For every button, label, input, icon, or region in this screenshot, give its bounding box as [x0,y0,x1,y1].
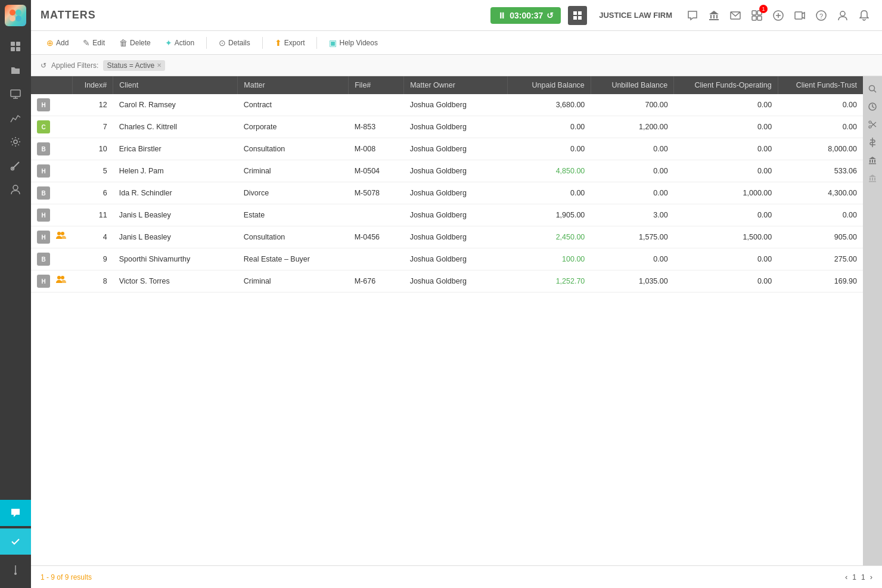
filter-tag-close[interactable]: ✕ [157,62,162,69]
svg-text:?: ? [819,13,823,20]
view-toggle-button[interactable] [568,6,587,25]
row-matter: Consultation [238,226,349,248]
pagination-page-1[interactable]: 1 [852,573,856,581]
row-unpaid: 0.00 [508,182,591,204]
delete-button[interactable]: 🗑 Delete [113,35,157,51]
pagination-next[interactable]: › [870,573,872,581]
col-header-unpaid[interactable]: Unpaid Balance [508,76,591,94]
col-header-trust[interactable]: Client Funds-Trust [778,76,863,94]
row-client: Ida R. Schindler [113,182,238,204]
table-row[interactable]: H 4 Janis L Beasley Consultation M-0456 … [31,226,863,248]
right-clock-icon[interactable] [865,99,880,114]
svg-rect-52 [872,160,873,163]
col-header-owner[interactable]: Matter Owner [404,76,508,94]
row-index: 11 [73,204,113,226]
row-type-icon: B [37,253,50,266]
sidebar-item-chart[interactable] [5,107,26,129]
svg-point-45 [869,121,871,123]
sidebar-chat-button[interactable] [0,500,31,526]
sidebar-item-dashboard[interactable] [5,36,26,57]
sidebar-item-profile[interactable] [5,179,26,200]
col-header-index[interactable]: Index# [73,76,113,94]
question-icon[interactable]: ? [813,7,830,24]
sidebar-thumb-button[interactable] [0,528,31,555]
plus-circle-icon[interactable] [770,7,787,24]
col-header-unbilled[interactable]: Unbilled Balance [591,76,673,94]
right-dollar-icon[interactable] [865,135,880,150]
row-unbilled: 0.00 [591,248,673,270]
row-unpaid: 0.00 [508,138,591,160]
table-row[interactable]: B 6 Ida R. Schindler Divorce M-5078 Josh… [31,182,863,204]
col-header-file[interactable]: File# [349,76,404,94]
row-unbilled: 0.00 [591,182,673,204]
sidebar-item-tools[interactable] [5,155,26,176]
svg-rect-34 [795,12,802,19]
row-client: Spoorthi Shivamurthy [113,248,238,270]
row-matter: Criminal [238,160,349,182]
sidebar-item-monitor[interactable] [5,83,26,105]
grid-icon[interactable]: 1 [749,7,765,24]
table-row[interactable]: H 12 Carol R. Ramsey Contract Joshua Gol… [31,94,863,116]
results-count: 1 - 9 of 9 results [41,573,92,581]
pagination-prev[interactable]: ‹ [845,573,847,581]
row-type-icon: B [37,186,50,200]
col-header-matter[interactable]: Matter [238,76,349,94]
row-owner: Joshua Goldberg [404,160,508,182]
col-header-client[interactable]: Client [113,76,238,94]
action-button[interactable]: ✦ Action [159,35,200,51]
timer-reset-icon[interactable]: ↺ [546,11,554,20]
row-owner: Joshua Goldberg [404,182,508,204]
row-unbilled: 0.00 [591,138,673,160]
add-button[interactable]: ⊕ Add [41,35,74,51]
toolbar: ⊕ Add ✎ Edit 🗑 Delete ✦ Action ⊙ Details… [31,31,882,55]
row-owner: Joshua Goldberg [404,94,508,116]
table-row[interactable]: B 10 Erica Birstler Consultation M-008 J… [31,138,863,160]
row-client: Erica Birstler [113,138,238,160]
row-matter: Divorce [238,182,349,204]
table-row[interactable]: H 8 Victor S. Torres Criminal M-676 Josh… [31,270,863,293]
row-operating: 0.00 [674,160,778,182]
app-logo[interactable] [5,5,26,26]
header-icons: 1 ? [684,7,872,24]
user-icon[interactable] [834,7,851,24]
row-operating: 0.00 [674,248,778,270]
sidebar-item-settings[interactable] [5,131,26,153]
svg-rect-58 [874,178,875,181]
table-row[interactable]: C 7 Charles C. Kittrell Corporate M-853 … [31,116,863,138]
matters-table: Index# Client Matter File# Matter Owner … [31,76,863,293]
right-bank2-icon[interactable] [865,170,880,186]
right-search-icon[interactable] [865,81,880,97]
right-bank1-icon[interactable] [865,153,880,168]
table-row[interactable]: H 11 Janis L Beasley Estate Joshua Goldb… [31,204,863,226]
svg-rect-19 [573,16,577,20]
right-scissors-icon[interactable] [865,117,880,132]
svg-rect-57 [872,178,873,181]
table-body: H 12 Carol R. Ramsey Contract Joshua Gol… [31,94,863,293]
bell-icon[interactable] [856,7,872,24]
row-client: Janis L Beasley [113,226,238,248]
row-type-icon: H [37,164,50,178]
row-operating: 0.00 [674,138,778,160]
row-operating: 1,500.00 [674,226,778,248]
help-videos-button[interactable]: ▣ Help Videos [323,35,384,51]
row-trust: 0.00 [778,204,863,226]
row-file [349,94,404,116]
people-icon [55,231,66,239]
bank-icon[interactable] [706,7,722,24]
table-row[interactable]: B 9 Spoorthi Shivamurthy Real Estate – B… [31,248,863,270]
row-trust: 8,000.00 [778,138,863,160]
details-button[interactable]: ⊙ Details [213,35,256,51]
col-header-operating[interactable]: Client Funds-Operating [674,76,778,94]
filter-reset-button[interactable]: ↺ [41,61,46,70]
edit-button[interactable]: ✎ Edit [77,35,111,51]
sidebar-pin-button[interactable] [0,557,31,583]
row-unpaid: 1,252.70 [508,270,591,293]
video-icon[interactable] [791,7,808,24]
table-row[interactable]: H 5 Helen J. Pam Criminal M-0504 Joshua … [31,160,863,182]
mail-icon[interactable] [727,7,744,24]
svg-point-16 [14,573,17,575]
export-button[interactable]: ⬆ Export [269,35,311,51]
sidebar-item-folder[interactable] [5,60,26,81]
timer-button[interactable]: ⏸ 03:00:37 ↺ [490,7,561,24]
chat-icon[interactable] [684,7,701,24]
